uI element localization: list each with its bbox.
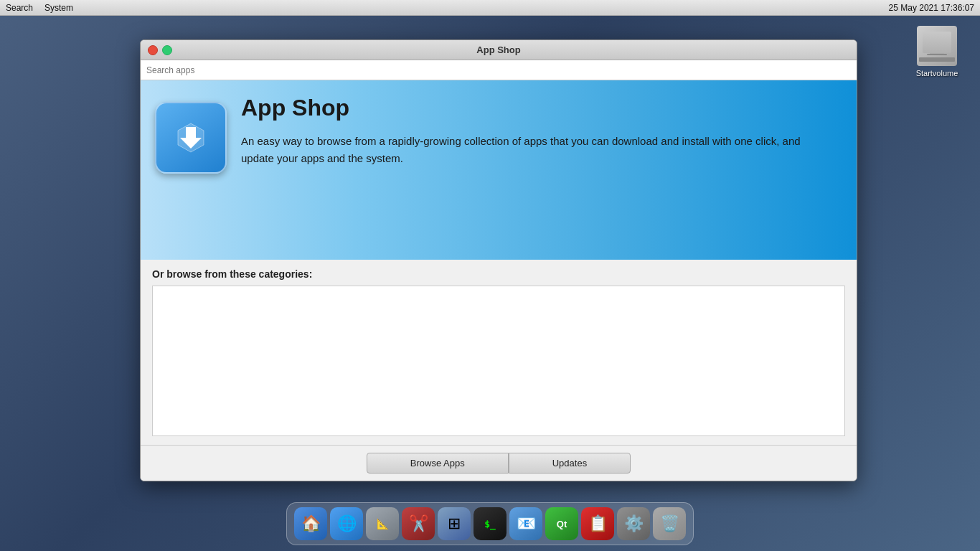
menu-bar: Search System 25 May 2021 17:36:07	[0, 0, 980, 16]
window-controls	[148, 45, 172, 55]
hero-description: An easy way to browse from a rapidly-gro…	[241, 133, 815, 167]
app-window: App Shop App Shop An easy way to browse …	[140, 39, 857, 481]
categories-section: Or browse from these categories:	[141, 260, 857, 445]
menu-system[interactable]: System	[44, 3, 73, 13]
close-button[interactable]	[148, 45, 158, 55]
window-title: App Shop	[476, 44, 520, 55]
title-bar: App Shop	[141, 40, 857, 60]
svg-rect-2	[930, 52, 944, 54]
dock-item-browser[interactable]: 🌐	[330, 507, 363, 540]
hero-text: App Shop An easy way to browse from a ra…	[241, 95, 842, 167]
search-bar	[141, 60, 857, 80]
dock-item-tools[interactable]: ✂️	[402, 507, 435, 540]
app-shop-icon	[155, 102, 227, 174]
startvolume-label: Startvolume	[916, 69, 958, 77]
updates-button[interactable]: Updates	[509, 453, 631, 474]
dock-item-grid[interactable]: ⊞	[438, 507, 471, 540]
menu-search[interactable]: Search	[6, 3, 33, 13]
menu-bar-left: Search System	[6, 3, 73, 13]
svg-rect-0	[925, 37, 948, 52]
dock-item-finder[interactable]: 🏠	[294, 507, 327, 540]
bottom-bar: Browse Apps Updates	[141, 445, 857, 481]
browse-apps-button[interactable]: Browse Apps	[367, 453, 509, 474]
dock-item-red-app[interactable]: 📋	[581, 507, 614, 540]
dock-item-tools2[interactable]: 📐	[366, 507, 399, 540]
menu-bar-time: 25 May 2021 17:36:07	[889, 3, 974, 13]
svg-rect-3	[927, 54, 947, 55]
dock-item-trash[interactable]: 🗑️	[653, 507, 686, 540]
startvolume-icon	[917, 26, 957, 66]
hero-section: App Shop An easy way to browse from a ra…	[141, 80, 857, 260]
hero-title: App Shop	[241, 95, 842, 121]
categories-content	[152, 286, 845, 436]
svg-rect-1	[928, 39, 946, 50]
search-input[interactable]	[146, 65, 851, 75]
dock-item-mail[interactable]: 📧	[509, 507, 542, 540]
desktop-icon-startvolume[interactable]: Startvolume	[908, 26, 966, 77]
dock: 🏠 🌐 📐 ✂️ ⊞ $_ 📧 Qt 📋 ⚙️ 🗑️	[286, 502, 694, 545]
dock-item-qt[interactable]: Qt	[545, 507, 578, 540]
maximize-button[interactable]	[162, 45, 172, 55]
dock-item-terminal[interactable]: $_	[473, 507, 507, 540]
categories-title: Or browse from these categories:	[152, 268, 845, 280]
dock-item-settings[interactable]: ⚙️	[617, 507, 650, 540]
